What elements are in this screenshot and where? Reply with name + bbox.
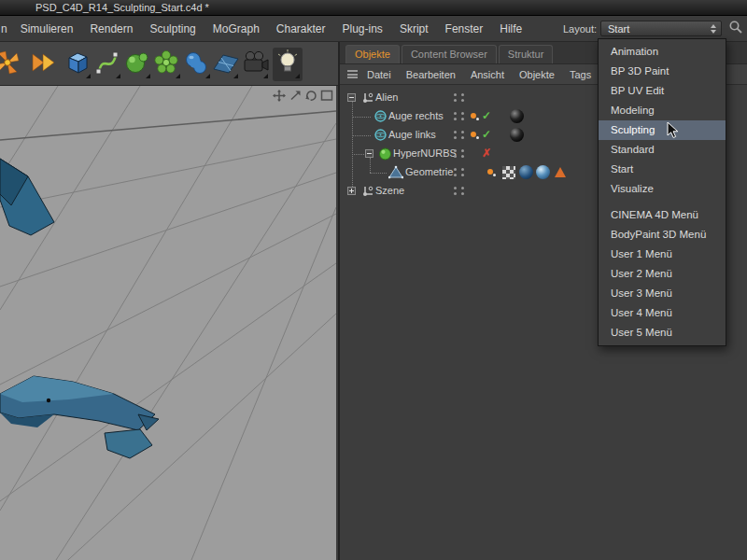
visibility-dots[interactable] <box>454 149 457 152</box>
layer-dot-icon <box>476 118 479 120</box>
om-menu-bearbeiten[interactable]: Bearbeiten <box>399 69 463 80</box>
om-menu-tags[interactable]: Tags <box>562 69 599 80</box>
visibility-dots[interactable] <box>461 149 464 152</box>
light-bulb-icon[interactable] <box>273 48 301 79</box>
texture-tag-icon[interactable] <box>502 166 515 179</box>
visibility-dots[interactable] <box>461 187 464 189</box>
object-label[interactable]: Auge rechts <box>388 110 444 121</box>
menu-item-rendern[interactable]: Rendern <box>81 22 141 35</box>
arrows-icon[interactable] <box>30 48 58 79</box>
layout-dropdown[interactable]: Start <box>600 21 722 36</box>
menu-item-bp-uv-edit[interactable]: BP UV Edit <box>599 81 726 101</box>
enabled-check-icon[interactable]: ✓ <box>482 109 491 122</box>
menu-item-modeling[interactable]: Modeling <box>599 101 726 120</box>
layout-dropdown-value: Start <box>608 23 629 35</box>
menu-item-bp-3d-paint[interactable]: BP 3D Paint <box>599 62 726 81</box>
menu-item-cinema-4d-menu[interactable]: CINEMA 4D Menü <box>599 205 726 225</box>
menu-item-user-2-menu[interactable]: User 2 Menü <box>599 264 726 284</box>
metaball-icon[interactable] <box>183 48 211 79</box>
menu-item-user-5-menu[interactable]: User 5 Menü <box>599 323 726 343</box>
search-icon[interactable] <box>728 20 743 37</box>
menu-item-user-3-menu[interactable]: User 3 Menü <box>599 284 726 303</box>
main-toolbar <box>0 42 338 86</box>
visibility-dots[interactable] <box>461 112 464 115</box>
om-menu-objekte[interactable]: Objekte <box>512 69 562 80</box>
visibility-dots[interactable] <box>461 93 464 96</box>
material-tag-icon[interactable] <box>536 165 550 179</box>
viewport-scene <box>0 86 336 560</box>
object-label[interactable]: Geometrie <box>405 166 453 177</box>
menu-item-clipped[interactable]: n <box>0 22 12 35</box>
phong-tag-icon[interactable] <box>555 167 566 177</box>
expand-icon[interactable] <box>347 187 356 195</box>
tab-struktur[interactable]: Struktur <box>499 45 554 63</box>
title-bar: PSD_C4D_R14_Sculpting_Start.c4d * <box>0 0 747 16</box>
layout-label: Layout: <box>563 23 600 35</box>
plane-icon[interactable] <box>211 48 239 79</box>
maximize-icon[interactable] <box>320 89 334 101</box>
tab-content-browser[interactable]: Content Browser <box>402 45 497 63</box>
collapse-icon[interactable] <box>365 149 374 158</box>
material-tag-icon[interactable] <box>519 165 533 179</box>
3d-viewport[interactable] <box>0 86 336 560</box>
menu-item-visualize[interactable]: Visualize <box>599 179 726 199</box>
visibility-dots[interactable] <box>454 187 457 189</box>
visibility-dots[interactable] <box>454 112 457 115</box>
visibility-dots[interactable] <box>461 168 464 171</box>
visibility-dots[interactable] <box>454 168 457 171</box>
menu-item-bodypaint-3d-menu[interactable]: BodyPaint 3D Menü <box>599 225 726 245</box>
menu-item-user-4-menu[interactable]: User 4 Menü <box>599 303 726 323</box>
layer-dot-icon <box>476 136 479 139</box>
disabled-cross-icon[interactable]: ✗ <box>482 147 491 160</box>
tab-objekte[interactable]: Objekte <box>345 45 400 63</box>
om-menu-ansicht[interactable]: Ansicht <box>463 69 512 80</box>
zoom-icon[interactable] <box>289 89 303 101</box>
mograph-flower-icon[interactable] <box>153 48 181 79</box>
menu-item-user-1-menu[interactable]: User 1 Menü <box>599 245 726 264</box>
object-label[interactable]: Alien <box>375 91 398 103</box>
menu-item-charakter[interactable]: Charakter <box>268 22 334 35</box>
spline-icon[interactable] <box>93 48 121 79</box>
visibility-dots[interactable] <box>461 131 464 133</box>
layer-dot-icon <box>493 174 496 176</box>
pinwheel-icon[interactable] <box>0 48 22 79</box>
sphere-object-icon <box>374 128 388 142</box>
menu-item-plugins[interactable]: Plug-ins <box>334 22 391 35</box>
menu-item-skript[interactable]: Skript <box>391 22 437 35</box>
collapse-icon[interactable] <box>347 93 356 102</box>
menu-item-sculpting[interactable]: Sculpting <box>599 120 726 140</box>
object-label[interactable]: HyperNURBS <box>393 147 457 159</box>
visibility-dots[interactable] <box>454 93 457 96</box>
menu-separator <box>599 199 726 205</box>
material-tag-icon[interactable] <box>510 128 524 142</box>
enabled-check-icon[interactable]: ✓ <box>482 128 491 141</box>
cinema4d-window: PSD_C4D_R14_Sculpting_Start.c4d * n Simu… <box>0 0 747 560</box>
menu-item-start[interactable]: Start <box>599 160 726 179</box>
menu-item-standard[interactable]: Standard <box>599 140 726 160</box>
om-menu-datei[interactable]: Datei <box>359 69 399 80</box>
chevron-up-down-icon <box>711 24 716 34</box>
subdivision-sphere-icon[interactable] <box>123 48 151 79</box>
object-label[interactable]: Auge links <box>388 129 436 140</box>
layout-dropdown-menu: Animation BP 3D Paint BP UV Edit Modelin… <box>598 38 726 346</box>
panel-menu-icon[interactable] <box>347 70 358 78</box>
hypernurbs-object-icon <box>378 147 392 161</box>
menu-item-animation[interactable]: Animation <box>599 42 726 62</box>
object-label[interactable]: Szene <box>375 185 404 196</box>
menu-item-hilfe[interactable]: Hilfe <box>491 22 530 35</box>
camera-icon[interactable] <box>241 48 269 79</box>
rotate-icon[interactable] <box>304 89 318 101</box>
cube-icon[interactable] <box>63 48 92 79</box>
menu-item-simulieren[interactable]: Simulieren <box>12 22 82 35</box>
material-tag-icon[interactable] <box>510 109 524 123</box>
pan-icon[interactable] <box>273 89 287 101</box>
mouse-cursor <box>667 121 680 144</box>
window-title: PSD_C4D_R14_Sculpting_Start.c4d * <box>35 2 209 13</box>
menu-item-fenster[interactable]: Fenster <box>437 22 492 35</box>
null-object-icon <box>360 184 374 198</box>
sphere-object-icon <box>374 109 388 123</box>
visibility-dots[interactable] <box>454 131 457 133</box>
menu-item-mograph[interactable]: MoGraph <box>204 22 268 35</box>
polygon-object-icon <box>388 165 402 179</box>
menu-item-sculpting[interactable]: Sculpting <box>141 22 204 35</box>
